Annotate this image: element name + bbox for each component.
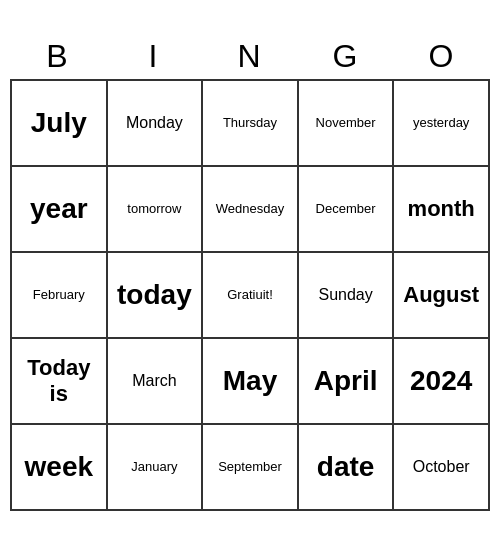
bingo-cell: April bbox=[299, 339, 395, 425]
cell-text-1: Monday bbox=[126, 114, 183, 132]
bingo-cell: Sunday bbox=[299, 253, 395, 339]
cell-text-12: Gratiuit! bbox=[227, 287, 273, 302]
bingo-cell: Gratiuit! bbox=[203, 253, 299, 339]
bingo-card: BINGO JulyMondayThursdayNovemberyesterda… bbox=[10, 34, 490, 511]
cell-text-18: April bbox=[314, 365, 378, 397]
cell-text-22: September bbox=[218, 459, 282, 474]
cell-text-6: tomorrow bbox=[127, 201, 181, 216]
bingo-cell: January bbox=[108, 425, 204, 511]
bingo-header: BINGO bbox=[10, 34, 490, 79]
header-letter-g: G bbox=[298, 34, 394, 79]
bingo-cell: February bbox=[12, 253, 108, 339]
cell-text-10: February bbox=[33, 287, 85, 302]
cell-text-4: yesterday bbox=[413, 115, 469, 130]
bingo-grid: JulyMondayThursdayNovemberyesterdayyeart… bbox=[10, 79, 490, 511]
header-letter-i: I bbox=[106, 34, 202, 79]
bingo-cell: Thursday bbox=[203, 81, 299, 167]
cell-text-2: Thursday bbox=[223, 115, 277, 130]
bingo-cell: date bbox=[299, 425, 395, 511]
bingo-cell: October bbox=[394, 425, 490, 511]
bingo-cell: today bbox=[108, 253, 204, 339]
cell-text-14: August bbox=[403, 282, 479, 308]
cell-text-17: May bbox=[223, 365, 277, 397]
cell-text-3: November bbox=[316, 115, 376, 130]
bingo-cell: December bbox=[299, 167, 395, 253]
cell-text-19: 2024 bbox=[410, 365, 472, 397]
bingo-cell: month bbox=[394, 167, 490, 253]
bingo-cell: tomorrow bbox=[108, 167, 204, 253]
cell-text-23: date bbox=[317, 451, 375, 483]
bingo-cell: Monday bbox=[108, 81, 204, 167]
bingo-cell: September bbox=[203, 425, 299, 511]
cell-text-24: October bbox=[413, 458, 470, 476]
cell-text-7: Wednesday bbox=[216, 201, 284, 216]
bingo-cell: year bbox=[12, 167, 108, 253]
bingo-cell: May bbox=[203, 339, 299, 425]
header-letter-o: O bbox=[394, 34, 490, 79]
bingo-cell: November bbox=[299, 81, 395, 167]
cell-text-15: Today is bbox=[16, 355, 102, 407]
bingo-cell: 2024 bbox=[394, 339, 490, 425]
cell-text-8: December bbox=[316, 201, 376, 216]
bingo-cell: yesterday bbox=[394, 81, 490, 167]
cell-text-20: week bbox=[25, 451, 94, 483]
cell-text-16: March bbox=[132, 372, 176, 390]
cell-text-5: year bbox=[30, 193, 88, 225]
cell-text-21: January bbox=[131, 459, 177, 474]
cell-text-9: month bbox=[408, 196, 475, 222]
cell-text-13: Sunday bbox=[318, 286, 372, 304]
header-letter-n: N bbox=[202, 34, 298, 79]
bingo-cell: August bbox=[394, 253, 490, 339]
bingo-cell: July bbox=[12, 81, 108, 167]
cell-text-11: today bbox=[117, 279, 192, 311]
bingo-cell: Today is bbox=[12, 339, 108, 425]
bingo-cell: week bbox=[12, 425, 108, 511]
bingo-cell: Wednesday bbox=[203, 167, 299, 253]
bingo-cell: March bbox=[108, 339, 204, 425]
header-letter-b: B bbox=[10, 34, 106, 79]
cell-text-0: July bbox=[31, 107, 87, 139]
